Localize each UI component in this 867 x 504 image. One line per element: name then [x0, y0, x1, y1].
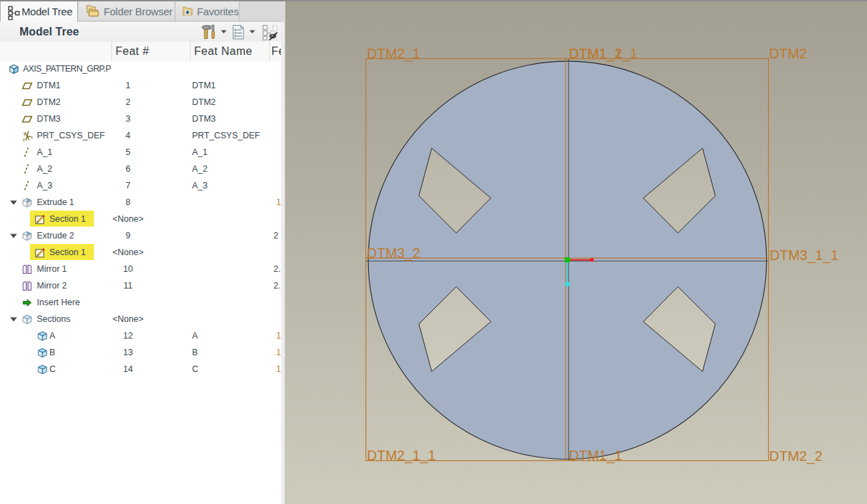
svg-text:DTM2_1: DTM2_1 — [367, 46, 420, 62]
svg-text:y: y — [24, 131, 26, 136]
svg-text:DTM3_2: DTM3_2 — [367, 245, 420, 261]
svg-text:DTM1_1_1: DTM1_1_1 — [569, 46, 638, 62]
svg-text:x: x — [31, 135, 33, 140]
svg-text:DTM1_1: DTM1_1 — [569, 448, 623, 464]
svg-text:DTM2: DTM2 — [769, 46, 806, 61]
svg-text:DTM3_1_1: DTM3_1_1 — [770, 247, 838, 263]
svg-text:DTM2_2: DTM2_2 — [769, 448, 822, 464]
svg-text:DTM2_1_1: DTM2_1_1 — [367, 448, 436, 464]
svg-text:z: z — [23, 137, 26, 141]
